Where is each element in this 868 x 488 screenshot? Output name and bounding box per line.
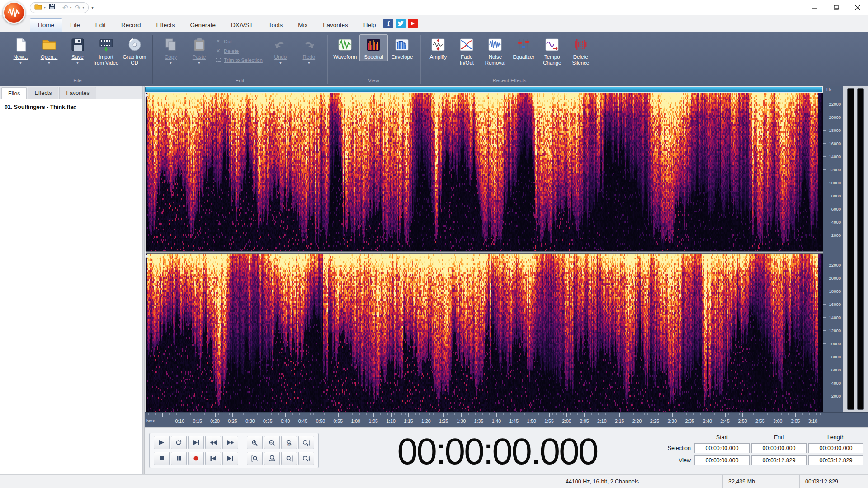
fade-in-out-button[interactable]: Fade In/Out [453,34,481,67]
selection-end-field[interactable] [751,443,807,453]
panel-tab-favorites[interactable]: Favorites [59,87,96,99]
tempo-change-button[interactable]: Tempo Change [538,34,566,67]
new-button[interactable]: New... ▼ [6,34,35,66]
save-icon[interactable] [49,3,56,12]
redo-dropdown-arrow-icon[interactable]: ▾ [82,5,84,9]
zoom-selection-button[interactable] [247,452,263,465]
status-audio-format: 44100 Hz, 16-bit, 2 Channels [560,475,722,488]
tab-favorites[interactable]: Favorites [315,18,356,32]
open-dropdown-arrow-icon[interactable]: ▾ [44,5,46,9]
ribbon-separator [420,35,420,84]
undo-button[interactable]: Undo ▼ [266,34,295,66]
youtube-icon[interactable] [408,19,418,28]
ribbon-group-recent-effects: Amplify Fade In/Out Noise Removal Equali… [421,33,598,86]
tab-home[interactable]: Home [30,18,62,32]
close-button[interactable] [847,0,868,15]
zoom-buttons-row1: 100 [247,436,314,449]
undo-dropdown-arrow-icon[interactable]: ▾ [70,5,72,9]
copy-button[interactable]: Copy ▼ [156,34,185,66]
tab-dxvst[interactable]: DX/VST [223,18,261,32]
waveform-view-button[interactable]: Waveform [331,34,359,61]
maximize-button[interactable] [826,0,847,15]
zoom-reset-button[interactable] [281,452,297,465]
paste-button[interactable]: Paste ▼ [185,34,213,66]
selection-length-field[interactable] [808,443,863,453]
play-button[interactable] [154,436,170,449]
delete-silence-button[interactable]: Delete Silence [566,34,595,67]
tab-edit[interactable]: Edit [88,18,113,32]
loop-button[interactable] [171,436,187,449]
zoom-all-button[interactable] [264,452,280,465]
playback-cursor[interactable] [145,93,146,412]
cut-button[interactable]: ✕Cut [215,38,263,44]
cursor-flag-icon[interactable] [145,93,149,98]
go-to-start-button[interactable] [205,452,221,465]
play-file-button[interactable] [188,436,204,449]
status-file-size: 32,439 Mb [722,475,799,488]
minimize-button[interactable] [804,0,826,15]
view-start-field[interactable] [694,455,750,465]
tab-file[interactable]: File [62,18,88,32]
frequency-tick [823,370,826,370]
zoom-vertical-in-button[interactable] [298,436,314,449]
frequency-tick [823,291,826,291]
undo-icon [272,37,288,53]
editor-column: Hz 2200020000180001600014000120001000080… [145,86,868,474]
record-button[interactable] [188,452,204,465]
selection-start-field[interactable] [694,443,750,453]
spectrogram-right-channel[interactable] [145,254,823,412]
redo-button[interactable]: Redo ▼ [295,34,323,66]
undo-icon[interactable]: ↶ [62,5,68,11]
redo-icon[interactable]: ↷ [75,5,81,11]
tab-help[interactable]: Help [356,18,384,32]
forward-button[interactable] [222,436,238,449]
copy-icon [163,37,179,53]
panel-tab-effects[interactable]: Effects [28,87,58,99]
open-button[interactable]: Open... ▼ [35,34,63,66]
rewind-button[interactable] [205,436,221,449]
timeline-ruler[interactable]: hms 0:100:150:200:250:300:350:400:450:50… [145,412,868,427]
facebook-icon[interactable]: f [383,19,393,28]
zoom-100-button[interactable]: 100 [281,436,297,449]
twitter-icon[interactable] [396,19,406,28]
stop-button[interactable] [154,452,170,465]
save-button[interactable]: Save ▼ [63,34,92,66]
view-end-field[interactable] [751,455,807,465]
spectrogram-left-channel[interactable] [145,93,823,251]
open-folder-icon[interactable] [34,4,42,12]
noise-removal-button[interactable]: Noise Removal [481,34,509,67]
frequency-tick [823,357,826,357]
view-length-field[interactable] [808,455,863,465]
grab-from-cd-button[interactable]: Grab from CD [120,34,149,67]
envelope-view-button[interactable]: Envelope [388,34,416,61]
delete-button[interactable]: ✕Delete [215,48,263,54]
spectral-view-button[interactable]: Spectral [359,34,388,61]
zoom-vertical-out-button[interactable] [298,452,314,465]
timeline-label: 2:00 [562,418,571,424]
amplify-button[interactable]: Amplify [424,34,453,61]
zoom-in-button[interactable] [247,436,263,449]
zoom-out-button[interactable] [264,436,280,449]
tab-mix[interactable]: Mix [290,18,315,32]
file-list-item[interactable]: 01. Soulfingers - Think.flac [4,103,139,111]
import-from-video-button[interactable]: Import from Video [92,34,120,67]
tab-record[interactable]: Record [113,18,149,32]
tab-generate[interactable]: Generate [183,18,223,32]
cursor-flag-icon[interactable] [145,254,149,258]
amplify-icon [430,37,446,53]
dropdown-arrow-icon: ▼ [278,61,282,65]
trim-to-selection-button[interactable]: Trim to Selection [215,57,263,63]
frequency-label: 10000 [829,341,841,346]
customize-toolbar-arrow-icon[interactable]: ▾ [91,5,94,10]
frequency-label: 8000 [831,193,841,198]
equalizer-button[interactable]: Equalizer [509,34,538,61]
pause-button[interactable] [171,452,187,465]
tab-effects[interactable]: Effects [149,18,183,32]
timeline-label: 1:25 [439,418,448,424]
panel-tab-files[interactable]: Files [1,87,27,99]
tab-tools[interactable]: Tools [261,18,291,32]
horizontal-scrollbar[interactable] [145,87,822,92]
go-to-end-button[interactable] [222,452,238,465]
timeline-label: 0:10 [175,418,184,424]
frequency-tick [823,104,826,104]
